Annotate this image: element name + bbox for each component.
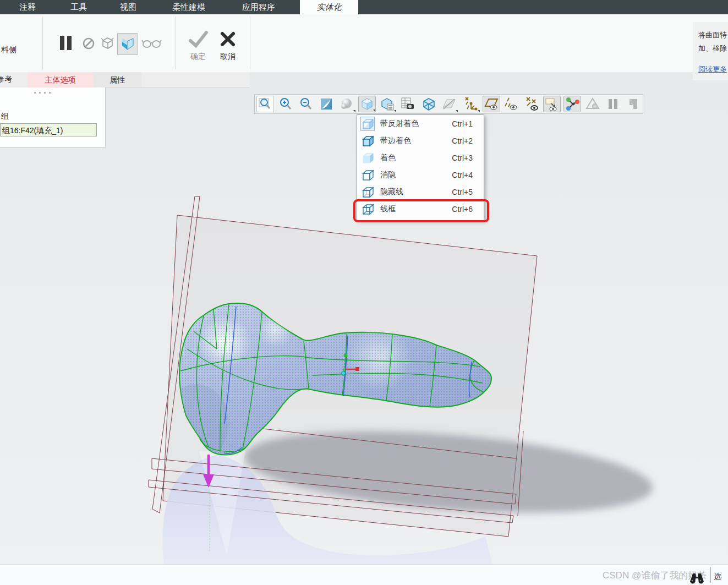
shading-with-reflections-icon [360, 117, 375, 131]
panel-grip[interactable] [34, 92, 56, 94]
tab-properties[interactable]: 属性 [93, 72, 141, 88]
menu-item-shortcut: Ctrl+1 [452, 119, 473, 128]
render-style-icon[interactable] [338, 96, 355, 112]
menu-item-shading-with-edges[interactable]: 带边着色 Ctrl+2 [357, 132, 484, 149]
divider [176, 17, 176, 69]
no-preview-icon[interactable] [81, 36, 96, 51]
repaint-icon[interactable] [318, 96, 335, 112]
group-label: 组 [1, 112, 9, 122]
menu-item-label: 着色 [380, 153, 396, 163]
divider [250, 17, 250, 69]
cancel-button[interactable]: 取消 [214, 30, 242, 62]
x-icon [218, 30, 237, 48]
csys-toggle-icon[interactable] [543, 96, 561, 112]
zoom-out-icon[interactable] [297, 96, 315, 112]
view-manager-icon[interactable] [399, 96, 417, 112]
menu-item-wireframe[interactable]: 线框 Ctrl+6 [357, 200, 484, 217]
dashboard-ribbon: 料侧 [0, 14, 728, 72]
info-line2: 加、移除 [698, 42, 728, 55]
menu-item-label: 消隐 [380, 170, 396, 180]
menu-tab-flexible-modeling[interactable]: 柔性建模 [167, 0, 211, 14]
app-window: 注释 工具 视图 柔性建模 应用程序 实体化 料侧 [0, 0, 728, 585]
3d-view-icon[interactable] [420, 96, 437, 112]
datum-display-filters-icon[interactable] [462, 96, 480, 112]
dropdown-caret [478, 110, 480, 112]
menu-item-shortcut: Ctrl+6 [452, 205, 473, 214]
menu-item-shortcut: Ctrl+4 [452, 171, 473, 179]
selection-filter-label[interactable]: 选 [714, 572, 721, 582]
hidden-line-icon [360, 185, 375, 199]
menu-tab-applications[interactable]: 应用程序 [237, 0, 281, 14]
status-bar: CSDN @谁偷了我的奶茶 选 [0, 565, 728, 585]
menu-bar: 注释 工具 视图 柔性建模 应用程序 实体化 [0, 0, 728, 14]
tab-reference[interactable]: 参考 [0, 75, 12, 85]
menu-tab-annotate[interactable]: 注释 [14, 0, 41, 14]
info-line1: 将曲面特 [698, 29, 728, 42]
plane-display-icon[interactable] [440, 96, 458, 112]
pause-graphics-icon[interactable] [604, 96, 622, 112]
datum-point-toggle-icon[interactable] [523, 96, 541, 112]
menu-tab-tools[interactable]: 工具 [65, 0, 92, 14]
menu-item-shortcut: Ctrl+5 [452, 188, 473, 196]
menu-item-shading-with-reflections[interactable]: 带反射着色 Ctrl+1 [357, 115, 484, 132]
no-hidden-icon [360, 168, 375, 182]
zoom-refit-icon[interactable] [256, 96, 274, 112]
cancel-label: 取消 [214, 52, 242, 62]
menu-item-hidden-line[interactable]: 隐藏线 Ctrl+5 [357, 183, 484, 200]
display-style-menu: 带反射着色 Ctrl+1 带边着色 Ctrl+2 着色 Ctrl+3 消隐 Ct… [357, 114, 484, 221]
menu-item-no-hidden[interactable]: 消隐 Ctrl+4 [357, 166, 484, 183]
reference-panel: 组 组16:F42(填充_1) [0, 88, 106, 147]
menu-tab-solidify-active[interactable]: 实体化 [300, 0, 358, 14]
divider [42, 17, 43, 69]
datum-plane-toggle-icon[interactable] [483, 96, 500, 112]
dropdown-caret [456, 110, 458, 112]
saved-orientations-icon[interactable] [379, 96, 396, 112]
menu-tab-view[interactable]: 视图 [114, 0, 142, 14]
menu-item-shortcut: Ctrl+2 [452, 136, 473, 145]
shading-icon [360, 151, 375, 165]
menu-item-label: 隐藏线 [380, 187, 403, 197]
menu-item-label: 带边着色 [380, 136, 411, 146]
display-style-icon[interactable] [358, 96, 376, 112]
spin-center-toggle-icon[interactable] [563, 96, 581, 112]
menu-item-label: 线框 [380, 204, 396, 214]
shading-with-edges-icon [360, 134, 375, 148]
geometry-preview-icon[interactable] [117, 33, 138, 55]
3d-dragger-icon[interactable] [625, 96, 642, 112]
wireframe-preview-icon[interactable] [99, 35, 116, 51]
ok-button[interactable]: 确定 [184, 30, 212, 62]
menu-item-shortcut: Ctrl+3 [452, 154, 473, 162]
find-binoculars-icon[interactable] [689, 570, 709, 584]
datum-axis-toggle-icon[interactable] [503, 96, 521, 112]
pause-icon[interactable] [57, 34, 74, 52]
dropdown-caret [373, 110, 375, 112]
perspective-icon[interactable] [584, 96, 601, 112]
wireframe-icon [360, 202, 375, 216]
dropdown-caret [394, 110, 396, 112]
material-side-label: 料侧 [1, 45, 17, 55]
info-popup: 将曲面特 加、移除 阅读更多 [693, 22, 728, 80]
zoom-in-icon[interactable] [277, 96, 294, 112]
graphics-toolbar [254, 94, 643, 114]
read-more-link[interactable]: 阅读更多 [698, 63, 727, 76]
menu-item-shading[interactable]: 着色 Ctrl+3 [357, 149, 484, 166]
surface-collector-field[interactable]: 组16:F42(填充_1) [0, 123, 97, 136]
tab-body-options[interactable]: 主体选项 [28, 72, 93, 88]
statusbar-divider [710, 567, 711, 583]
ok-label: 确定 [184, 52, 212, 62]
check-icon [187, 30, 209, 48]
menu-item-label: 带反射着色 [380, 119, 419, 129]
dropdown-caret [353, 110, 355, 112]
verify-glasses-icon[interactable] [141, 36, 163, 51]
